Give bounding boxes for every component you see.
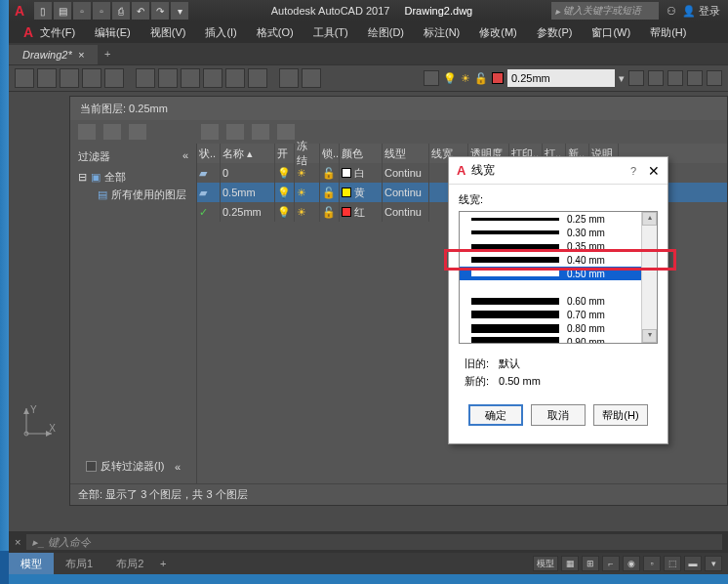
sb-model[interactable]: 模型 — [533, 556, 558, 571]
tool-icon[interactable] — [667, 70, 683, 86]
qat-plot-icon[interactable]: ⎙ — [112, 2, 130, 20]
help-search-input[interactable]: ▸ 键入关键字或短语 — [551, 2, 659, 20]
tab-layout1[interactable]: 布局1 — [54, 553, 104, 574]
tree-node-all[interactable]: ⊟▣全部 — [78, 168, 188, 186]
lineweight-option[interactable] — [460, 280, 657, 294]
document-tab[interactable]: Drawing2* × — [9, 45, 98, 64]
menu-tools[interactable]: 工具(T) — [303, 25, 358, 40]
add-layout-button[interactable]: + — [155, 558, 171, 569]
menu-insert[interactable]: 插入(I) — [195, 25, 246, 40]
col-on[interactable]: 开 — [275, 144, 295, 163]
scrollbar[interactable]: ▴ ▾ — [641, 212, 657, 343]
menu-modify[interactable]: 修改(M) — [469, 25, 527, 40]
scroll-down-icon[interactable]: ▾ — [642, 329, 657, 343]
collapse-icon[interactable]: « — [182, 149, 188, 164]
scroll-up-icon[interactable]: ▴ — [642, 212, 657, 226]
ok-button[interactable]: 确定 — [468, 404, 523, 426]
tool-icon[interactable] — [707, 70, 722, 86]
lineweight-option[interactable]: 0.35 mm — [460, 239, 657, 253]
tool-icon[interactable] — [158, 68, 178, 88]
tool-icon[interactable] — [203, 68, 222, 88]
lineweight-option[interactable]: 0.50 mm — [460, 267, 657, 280]
tool-icon[interactable] — [628, 70, 644, 86]
lp-tool-icon[interactable] — [201, 124, 219, 140]
menu-help[interactable]: 帮助(H) — [640, 25, 696, 40]
menu-view[interactable]: 视图(V) — [141, 25, 196, 40]
col-ltype[interactable]: 线型 — [383, 144, 429, 163]
tool-icon[interactable] — [82, 68, 101, 88]
signin-button[interactable]: 👤 登录 — [682, 4, 720, 19]
menu-window[interactable]: 窗口(W) — [582, 25, 640, 40]
lineweight-option[interactable]: 0.25 mm — [460, 212, 657, 226]
cmd-expand-icon[interactable]: × — [15, 536, 20, 548]
tool-icon[interactable] — [104, 68, 124, 88]
col-lock[interactable]: 锁.. — [320, 144, 340, 163]
menu-draw[interactable]: 绘图(D) — [358, 25, 414, 40]
col-name[interactable]: 名称 ▴ — [221, 144, 275, 163]
add-tab-button[interactable]: + — [98, 48, 117, 60]
close-tab-icon[interactable]: × — [78, 49, 84, 61]
tool-icon[interactable] — [60, 68, 79, 88]
lp-tool-icon[interactable] — [277, 124, 295, 140]
tab-model[interactable]: 模型 — [9, 553, 54, 574]
col-freeze[interactable]: 冻结 — [295, 144, 320, 163]
app-menu-button[interactable]: A — [18, 21, 39, 43]
lineweight-option[interactable]: 0.40 mm — [460, 253, 657, 267]
qat-new-icon[interactable]: ▯ — [34, 2, 52, 20]
lp-tool-icon[interactable] — [252, 124, 269, 140]
sb-snap-icon[interactable]: ⊞ — [582, 556, 599, 571]
lineweight-option[interactable]: 0.30 mm — [460, 226, 657, 239]
tool-icon[interactable] — [279, 68, 299, 88]
menu-param[interactable]: 参数(P) — [527, 25, 583, 40]
lp-tool-icon[interactable] — [78, 124, 96, 140]
sb-ortho-icon[interactable]: ⌐ — [602, 556, 620, 571]
lineweight-option[interactable]: 0.80 mm — [460, 321, 657, 335]
tool-icon[interactable] — [37, 68, 57, 88]
layer-dropdown[interactable]: 0.25mm — [507, 69, 615, 87]
lp-tool-icon[interactable] — [226, 124, 244, 140]
tab-layout2[interactable]: 布局2 — [104, 553, 155, 574]
lineweight-option[interactable]: 0.90 mm — [460, 335, 657, 344]
tool-icon[interactable] — [181, 68, 200, 88]
tool-icon[interactable] — [687, 70, 703, 86]
qat-undo-icon[interactable]: ↶ — [132, 2, 149, 20]
lineweight-list[interactable]: 0.25 mm0.30 mm0.35 mm0.40 mm0.50 mm0.60 … — [459, 211, 658, 344]
sb-more-icon[interactable]: ▾ — [705, 556, 722, 571]
lp-tool-icon[interactable] — [129, 124, 146, 140]
tool-icon[interactable] — [648, 70, 664, 86]
lineweight-option[interactable]: 0.60 mm — [460, 294, 657, 308]
qat-more-icon[interactable]: ▾ — [171, 2, 188, 20]
tool-icon[interactable] — [225, 68, 245, 88]
sb-osnap-icon[interactable]: ▫ — [643, 556, 661, 571]
sb-polar-icon[interactable]: ◉ — [623, 556, 640, 571]
sb-lw-icon[interactable]: ▬ — [684, 556, 702, 571]
help-icon[interactable]: ? — [630, 165, 636, 177]
lineweight-option[interactable]: 0.70 mm — [460, 308, 657, 321]
sb-grid-icon[interactable]: ▦ — [561, 556, 579, 571]
qat-saveas-icon[interactable]: ▫ — [93, 2, 110, 20]
close-icon[interactable]: ✕ — [648, 163, 660, 179]
tree-node-used[interactable]: ▤所有使用的图层 — [78, 186, 188, 203]
cancel-button[interactable]: 取消 — [531, 404, 586, 426]
layer-icon[interactable] — [424, 70, 439, 86]
invert-filter-checkbox[interactable]: 反转过滤器(I)« — [78, 455, 188, 478]
tool-icon[interactable] — [15, 68, 34, 88]
tool-icon[interactable] — [302, 68, 321, 88]
col-status[interactable]: 状.. — [197, 144, 221, 163]
tool-icon[interactable] — [136, 68, 155, 88]
dropdown-chevron-icon[interactable]: ▾ — [619, 72, 625, 85]
infocenter-icon[interactable]: ⚇ — [667, 5, 676, 18]
sb-3d-icon[interactable]: ⬚ — [664, 556, 681, 571]
qat-save-icon[interactable]: ▫ — [73, 2, 91, 20]
help-button[interactable]: 帮助(H) — [593, 404, 648, 426]
tool-icon[interactable] — [248, 68, 267, 88]
command-input[interactable]: ▸_ 键入命令 — [26, 534, 722, 550]
dialog-titlebar[interactable]: A 线宽 ? ✕ — [449, 157, 667, 185]
menu-dimension[interactable]: 标注(N) — [414, 25, 469, 40]
lp-tool-icon[interactable] — [103, 124, 121, 140]
menu-edit[interactable]: 编辑(E) — [85, 25, 141, 40]
col-color[interactable]: 颜色 — [340, 144, 383, 163]
menu-format[interactable]: 格式(O) — [247, 25, 303, 40]
qat-redo-icon[interactable]: ↷ — [151, 2, 169, 20]
qat-open-icon[interactable]: ▤ — [54, 2, 71, 20]
